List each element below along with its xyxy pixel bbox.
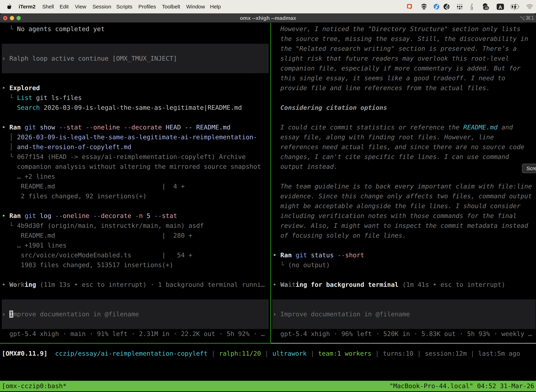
pane-right-row: However, I noticed the "Directory Struct… — [273, 24, 521, 34]
text-segment: Wo — [9, 281, 17, 288]
menu-view[interactable]: View — [75, 0, 86, 13]
text-segment: Wa — [280, 281, 288, 288]
text-segment: 4b9d30f (origin/main, instructkr/main, m… — [17, 222, 204, 229]
menu-edit[interactable]: Edit — [60, 0, 69, 13]
text-segment: provide file and line references from th… — [273, 84, 490, 92]
pane-right-row: references need actual files, and since … — [273, 142, 524, 152]
menu-profiles[interactable]: Profiles — [139, 0, 156, 13]
text-segment: including verification notes with those … — [273, 212, 517, 219]
shield-grid-icon[interactable] — [419, 0, 429, 13]
text-segment: output instead. — [273, 163, 337, 170]
text-segment: (no output) — [288, 261, 330, 269]
camera-shutter-icon[interactable] — [441, 0, 452, 13]
battery-percent-badge-icon[interactable]: ..61 — [481, 0, 491, 13]
pane-left-row: │ and-the-erosion-of-copyleft.md — [2, 142, 131, 152]
input-source-icon[interactable]: A — [495, 0, 506, 13]
text-segment: • — [2, 281, 9, 288]
pane-bottom-border — [0, 343, 271, 344]
macos-menu-bar: iTerm2ShellEditViewSessionScriptsProfile… — [0, 0, 536, 13]
text-segment: List — [17, 94, 32, 101]
text-segment — [120, 124, 124, 131]
text-segment: • — [273, 252, 280, 259]
text-segment: I could cite commit statistics or refere… — [273, 124, 463, 131]
menu-iterm2[interactable]: iTerm2 — [19, 0, 36, 13]
dragon-icon[interactable] — [467, 0, 477, 13]
text-segment — [131, 212, 135, 219]
text-segment: show — [36, 124, 59, 131]
apple-menu-icon[interactable] — [7, 4, 12, 10]
text-segment: › — [273, 311, 280, 318]
chat-app-icon[interactable] — [404, 0, 415, 13]
screen-overlay-button[interactable]: Scre — [522, 164, 536, 173]
text-segment: I — [9, 311, 13, 318]
text-segment: | — [467, 350, 478, 357]
pane-right-row: changes, I can't cite specific file line… — [273, 152, 509, 162]
text-segment: └ — [2, 222, 17, 229]
pane-right-row: including verification notes with those … — [273, 211, 517, 221]
text-segment: companion file, especially if more comme… — [273, 65, 521, 72]
text-segment: │ — [2, 134, 17, 141]
text-segment: 5 — [143, 212, 154, 219]
pane-right-row: provide file and line references from th… — [273, 83, 490, 93]
text-segment: gpt-5.4 xhigh · main · 91% left · 2.31M … — [2, 330, 265, 337]
text-segment: Explored — [9, 84, 40, 92]
tmux-pane-divider[interactable] — [270, 23, 271, 343]
text-segment: decorate — [131, 124, 162, 131]
battery-charging-icon[interactable] — [510, 0, 521, 13]
text-segment: └ — [273, 261, 288, 269]
text-segment: └ — [2, 25, 17, 33]
text-segment — [90, 212, 93, 219]
text-segment: Search — [2, 104, 40, 111]
text-segment: README.md | 4 + — [2, 183, 185, 190]
menu-session[interactable]: Session — [92, 0, 111, 13]
wifi-icon[interactable] — [524, 0, 535, 13]
text-segment: evidence. Since this change only affects… — [273, 192, 532, 200]
pane-right-row: of focusing solely on file lines. — [273, 231, 406, 240]
pane-right-row: └ (no output) — [273, 260, 330, 270]
text-segment: it — [288, 281, 296, 288]
pane-right-row: essay file, along with finding root file… — [273, 132, 494, 142]
tmux-host-clock: "MacBook-Pro-44.local" 04:52 31-Mar-26 — [389, 381, 534, 391]
menu-shell[interactable]: Shell — [42, 0, 54, 13]
pane-bottom-border — [271, 343, 536, 344]
text-segment: git — [21, 124, 36, 131]
menu-toolbelt[interactable]: Toolbelt — [162, 0, 180, 13]
text-segment: oneline — [63, 212, 90, 219]
pane-left-row: • Explored — [2, 83, 40, 93]
menu-scripts[interactable]: Scripts — [116, 0, 132, 13]
menu-window[interactable]: Window — [186, 0, 205, 13]
pane-left-row: └ 4b9d30f (origin/main, instructkr/main,… — [2, 221, 204, 231]
pane-left-row: › Improve documentation in @filename — [2, 309, 139, 319]
text-segment: gpt-5.4 xhigh · 96% left · 520K in · 5.8… — [273, 330, 532, 337]
messenger-badge-icon[interactable] — [431, 0, 442, 13]
text-segment: › — [2, 311, 9, 318]
text-segment: Ran — [280, 252, 292, 259]
pane-left-row: • Working (11m 13s • esc to interrupt) ·… — [2, 280, 265, 289]
text-segment: HEAD — [162, 124, 185, 131]
pane-right-row: output instead. — [273, 162, 337, 172]
pane-right-row: The team guideline is to back every impo… — [273, 182, 532, 191]
pane-left-row: gpt-5.4 xhigh · main · 91% left · 2.31M … — [2, 329, 265, 339]
dots-grid-icon[interactable] — [455, 0, 465, 13]
menu-help[interactable]: Help — [210, 0, 221, 13]
text-segment: git — [292, 252, 307, 259]
pane-left-row: 2 files changed, 92 insertions(+) — [2, 191, 147, 201]
pane-left-row: › Ralph loop active continue [OMX_TMUX_I… — [2, 54, 177, 63]
text-segment: | — [207, 350, 219, 357]
text-segment: | — [307, 350, 318, 357]
text-segment: status — [307, 252, 337, 259]
text-segment: 2026-03-09-is-legal-the-same-as-legitima… — [17, 134, 257, 141]
text-segment: └ — [2, 94, 17, 101]
terminal[interactable]: └ No agents completed yet› Ralph loop ac… — [0, 23, 536, 392]
window-title-bar[interactable]: omx --xhigh --madmax ⌥⌘1 — [0, 13, 536, 23]
text-segment: -- — [86, 124, 93, 131]
text-segment: this single essay, it seems like a good … — [273, 75, 505, 82]
text-segment: and — [498, 124, 513, 131]
text-segment: README.md — [192, 124, 230, 131]
text-segment: review. Also, I might want to inspect th… — [273, 222, 528, 229]
screenshot-root: { "window": { "title": "omx --xhigh --ma… — [0, 0, 536, 392]
pane-left-row: └ List git ls-files — [2, 93, 82, 103]
text-segment: team:1 workers — [318, 350, 371, 357]
text-segment: | — [371, 350, 383, 357]
text-segment: | — [413, 350, 425, 357]
